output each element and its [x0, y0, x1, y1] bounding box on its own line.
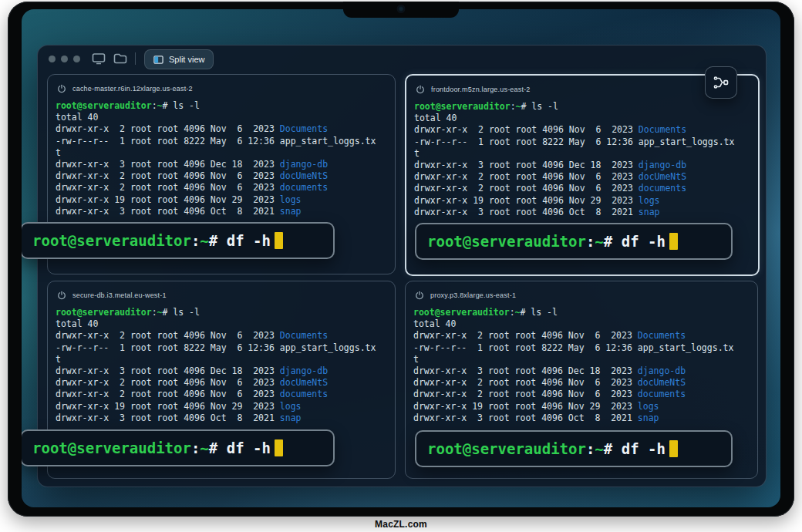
terminal-line: drwxr-xr-x 2 root root 4096 Nov 6 2023 D… [413, 330, 751, 342]
hosts-icon[interactable] [92, 52, 106, 65]
terminal-line: root@serverauditor:~# ls -l [56, 307, 389, 318]
terminal-line: drwxr-xr-x 3 root root 4096 Dec 18 2023 … [414, 160, 752, 171]
terminal-output: root@serverauditor:~# ls -ltotal 40drwxr… [48, 307, 395, 424]
terminal-output: root@serverauditor:~# ls -ltotal 40drwxr… [406, 307, 757, 424]
connection-status-icon [416, 85, 425, 94]
prompt-path: ~ [595, 233, 603, 250]
terminal-line: drwxr-xr-x 3 root root 4096 Oct 8 2021 s… [414, 207, 752, 218]
prompt-hash: # [209, 232, 227, 249]
close-window-button[interactable] [49, 56, 56, 62]
prompt-hash: # [604, 233, 622, 250]
prompt-command: df -h [227, 439, 271, 456]
terminal-output: root@serverauditor:~# ls -ltotal 40drwxr… [48, 100, 395, 217]
pane-header: proxy.p3.8xlarge.us-east-1 [406, 281, 757, 301]
multi-connection-button[interactable] [705, 66, 737, 99]
terminal-line: drwxr-xr-x 3 root root 4096 Dec 18 2023 … [56, 365, 389, 377]
terminal-line: -rw-r--r-- 1 root root 8222 May 6 12:36 … [414, 136, 752, 148]
terminal-output: root@serverauditor:~# ls -ltotal 40drwxr… [406, 101, 758, 218]
multi-connection-icon [713, 74, 730, 91]
prompt-command: df -h [227, 232, 271, 249]
pane-hostname: proxy.p3.8xlarge.us-east-1 [430, 291, 516, 299]
prompt-user: root@serverauditor [427, 440, 586, 457]
terminal-line: total 40 [414, 113, 752, 124]
terminal-line: drwxr-xr-x 2 root root 4096 Nov 6 2023 d… [56, 389, 389, 400]
pane-hostname: cache-master.r6in.12xlarge.us-east-2 [72, 85, 193, 93]
zoom-window-button[interactable] [73, 56, 80, 62]
terminal-line: t [414, 148, 752, 160]
prompt-callout[interactable]: root@serverauditor:~# df -h [22, 222, 335, 259]
prompt-hash: # [209, 439, 227, 456]
terminal-line: t [413, 354, 751, 365]
terminal-line: t [56, 147, 389, 159]
terminal-line: total 40 [413, 318, 751, 330]
terminal-line: drwxr-xr-x 19 root root 4096 Nov 29 2023… [414, 195, 752, 207]
prompt-colon: : [586, 233, 595, 250]
pane-header: cache-master.r6in.12xlarge.us-east-2 [48, 75, 395, 95]
laptop-frame: Split view cache-master.r6in.12 [8, 2, 794, 517]
terminal-line: drwxr-xr-x 3 root root 4096 Dec 18 2023 … [413, 365, 751, 377]
terminal-line: total 40 [56, 112, 389, 123]
terminal-cursor [275, 439, 283, 456]
connection-status-icon [415, 291, 424, 300]
prompt-user: root@serverauditor [32, 232, 191, 249]
prompt-path: ~ [200, 439, 208, 456]
terminal-cursor [275, 232, 283, 249]
toolbar-divider [135, 52, 136, 65]
terminal-line: -rw-r--r-- 1 root root 8222 May 6 12:36 … [56, 136, 389, 147]
prompt-path: ~ [200, 232, 208, 249]
terminal-line: drwxr-xr-x 19 root root 4096 Nov 29 2023… [56, 401, 389, 412]
prompt-command: df -h [622, 233, 666, 250]
prompt-user: root@serverauditor [427, 233, 586, 250]
terminal-line: drwxr-xr-x 2 root root 4096 Nov 6 2023 d… [413, 377, 751, 389]
window-toolbar: Split view [38, 45, 766, 72]
terminal-cursor [669, 233, 678, 250]
terminal-line: drwxr-xr-x 2 root root 4096 Nov 6 2023 d… [56, 377, 389, 389]
prompt-user: root@serverauditor [32, 439, 191, 456]
pane-header: secure-db.i3.metal.eu-west-1 [48, 281, 395, 301]
prompt-command: df -h [622, 440, 666, 457]
terminal-line: total 40 [56, 318, 389, 330]
pane-hostname: secure-db.i3.metal.eu-west-1 [72, 291, 167, 299]
terminal-cursor [669, 440, 678, 457]
terminal-line: drwxr-xr-x 19 root root 4096 Nov 29 2023… [413, 401, 751, 412]
display-notch [343, 2, 459, 18]
terminal-line: drwxr-xr-x 2 root root 4096 Nov 6 2023 D… [56, 330, 389, 342]
terminal-line: drwxr-xr-x 3 root root 4096 Dec 18 2023 … [56, 159, 389, 170]
terminal-line: root@serverauditor:~# ls -l [413, 307, 751, 318]
prompt-hash: # [604, 440, 622, 457]
split-view-icon [153, 55, 163, 65]
terminal-line: drwxr-xr-x 2 root root 4096 Nov 6 2023 D… [56, 123, 389, 135]
prompt-callout[interactable]: root@serverauditor:~# df -h [415, 223, 733, 260]
terminal-line: drwxr-xr-x 2 root root 4096 Nov 6 2023 D… [414, 124, 752, 136]
desktop-wallpaper: Split view cache-master.r6in.12 [22, 9, 780, 507]
terminal-line: root@serverauditor:~# ls -l [414, 101, 752, 113]
terminal-line: drwxr-xr-x 2 root root 4096 Nov 6 2023 d… [414, 171, 752, 183]
terminal-line: drwxr-xr-x 3 root root 4096 Oct 8 2021 s… [56, 412, 389, 424]
terminal-line: drwxr-xr-x 2 root root 4096 Nov 6 2023 d… [414, 183, 752, 194]
terminal-line: drwxr-xr-x 19 root root 4096 Nov 29 2023… [56, 194, 389, 206]
minimize-window-button[interactable] [61, 56, 68, 62]
connection-status-icon [57, 291, 66, 300]
prompt-colon: : [191, 232, 200, 249]
prompt-colon: : [191, 439, 200, 456]
terminal-line: drwxr-xr-x 3 root root 4096 Oct 8 2021 s… [413, 412, 751, 424]
terminal-line: -rw-r--r-- 1 root root 8222 May 6 12:36 … [56, 342, 389, 354]
prompt-colon: : [586, 440, 595, 457]
terminal-line: -rw-r--r-- 1 root root 8222 May 6 12:36 … [413, 342, 751, 354]
folder-icon[interactable] [113, 52, 127, 65]
terminal-line: drwxr-xr-x 2 root root 4096 Nov 6 2023 d… [56, 182, 389, 194]
mockup-watermark: MacZL.com [0, 519, 802, 530]
connection-status-icon [57, 84, 66, 93]
terminal-line: drwxr-xr-x 2 root root 4096 Nov 6 2023 d… [56, 170, 389, 182]
terminal-line: root@serverauditor:~# ls -l [56, 100, 389, 112]
terminal-line: drwxr-xr-x 2 root root 4096 Nov 6 2023 d… [413, 389, 751, 400]
split-view-tab[interactable]: Split view [144, 49, 214, 69]
prompt-callout[interactable]: root@serverauditor:~# df -h [22, 429, 335, 466]
split-view-label: Split view [169, 55, 204, 64]
prompt-path: ~ [595, 440, 603, 457]
pane-hostname: frontdoor.m5zn.large.us-east-2 [431, 86, 531, 93]
camera-dot [399, 6, 404, 12]
terminal-line: drwxr-xr-x 3 root root 4096 Oct 8 2021 s… [56, 206, 389, 217]
prompt-callout[interactable]: root@serverauditor:~# df -h [415, 430, 733, 467]
terminal-app-window: Split view cache-master.r6in.12 [37, 45, 767, 487]
